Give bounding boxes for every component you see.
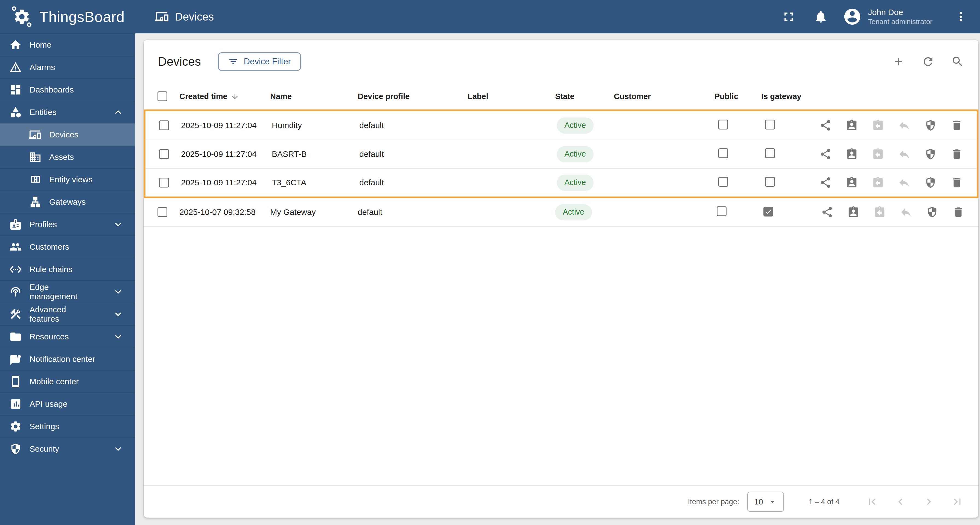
alarms-icon <box>9 61 22 73</box>
filter-icon <box>228 56 239 67</box>
sidebar-item-label: Dashboards <box>30 85 74 94</box>
first-page-button <box>866 495 878 508</box>
search-button[interactable] <box>951 55 964 68</box>
assign-to-customer-button[interactable] <box>845 148 858 160</box>
is-gateway-checkbox <box>764 207 773 217</box>
brand-name: ThingsBoard <box>40 8 125 25</box>
column-header-label[interactable]: Label <box>468 92 555 101</box>
select-all-checkbox[interactable] <box>158 91 167 101</box>
sidebar-item-devices[interactable]: Devices <box>0 123 135 145</box>
sidebar-item-entity-views[interactable]: Entity views <box>0 168 135 190</box>
sidebar-item-api-usage[interactable]: API usage <box>0 393 135 415</box>
profiles-icon <box>9 218 22 231</box>
cell-created: 2025-10-07 09:32:58 <box>180 207 270 217</box>
card-toolbar: Devices Device Filter <box>144 40 978 83</box>
sidebar-item-dashboards[interactable]: Dashboards <box>0 78 135 101</box>
sidebar-item-alarms[interactable]: Alarms <box>0 56 135 78</box>
brand-logo[interactable]: ThingsBoard <box>11 6 125 28</box>
chevron-down-icon <box>112 331 124 343</box>
sidebar-item-customers[interactable]: Customers <box>0 235 135 258</box>
unassign-from-customer-button <box>872 176 884 189</box>
chevron-down-icon <box>112 286 124 298</box>
user-info[interactable]: John Doe Tenant administrator <box>868 7 932 26</box>
row-checkbox[interactable] <box>159 149 169 159</box>
notifications-icon[interactable] <box>814 10 828 24</box>
sidebar-item-profiles[interactable]: Profiles <box>0 213 135 235</box>
items-per-page-select[interactable]: 10 <box>747 491 784 512</box>
column-header-name[interactable]: Name <box>270 92 358 101</box>
paginator-range: 1 – 4 of 4 <box>808 498 840 506</box>
column-header-created-time[interactable]: Created time <box>180 92 270 101</box>
manage-credentials-button[interactable] <box>924 148 937 160</box>
make-public-button[interactable] <box>819 119 832 132</box>
cell-created-text: 2025-10-09 11:27:04 <box>181 150 256 159</box>
delete-button[interactable] <box>952 206 965 219</box>
assign-to-customer-button[interactable] <box>845 176 858 189</box>
refresh-button[interactable] <box>921 55 935 68</box>
table-row[interactable]: 2025-10-09 11:27:04BASRT-BdefaultActive <box>145 140 977 168</box>
public-checkbox <box>717 206 727 216</box>
column-header-public[interactable]: Public <box>714 92 761 101</box>
device-filter-button[interactable]: Device Filter <box>218 52 301 71</box>
manage-credentials-button[interactable] <box>924 119 937 132</box>
column-header-device-profile[interactable]: Device profile <box>358 92 468 101</box>
sidebar-item-label: Settings <box>30 422 59 431</box>
manage-credentials-button[interactable] <box>924 176 937 189</box>
sidebar-item-label: Gateways <box>49 197 86 207</box>
sidebar-item-edge-management[interactable]: Edge management <box>0 280 135 303</box>
cell-profile: default <box>359 178 469 187</box>
row-checkbox[interactable] <box>159 178 169 187</box>
row-checkbox[interactable] <box>159 120 169 130</box>
check-icon <box>764 207 772 216</box>
cell-name-text: T3_6CTA <box>272 178 306 187</box>
sidebar-item-security[interactable]: Security <box>0 437 135 460</box>
make-private-button <box>900 206 912 219</box>
make-public-button[interactable] <box>821 206 834 219</box>
sidebar-item-label: Entity views <box>49 175 92 184</box>
avatar[interactable] <box>843 7 862 26</box>
sidebar-item-notification-center[interactable]: Notification center <box>0 348 135 370</box>
row-checkbox[interactable] <box>158 207 167 217</box>
column-header-customer[interactable]: Customer <box>614 92 714 101</box>
sidebar-item-mobile-center[interactable]: Mobile center <box>0 370 135 393</box>
user-name: John Doe <box>868 7 932 17</box>
sidebar-item-label: Edge management <box>30 282 97 301</box>
cell-profile-text: default <box>358 207 382 217</box>
entity-views-icon <box>29 173 41 186</box>
assign-to-customer-button[interactable] <box>847 206 860 219</box>
is-gateway-checkbox <box>765 148 775 158</box>
table-row[interactable]: 2025-10-09 11:27:04HumditydefaultActive <box>145 111 977 140</box>
sidebar-item-settings[interactable]: Settings <box>0 415 135 437</box>
public-checkbox <box>718 177 728 187</box>
make-public-button[interactable] <box>819 148 832 160</box>
make-public-button[interactable] <box>819 176 832 189</box>
column-header-state[interactable]: State <box>555 92 614 101</box>
sidebar-item-resources[interactable]: Resources <box>0 325 135 348</box>
manage-credentials-button[interactable] <box>926 206 939 219</box>
delete-button[interactable] <box>950 119 963 132</box>
device-filter-label: Device Filter <box>244 57 291 67</box>
sidebar-item-gateways[interactable]: Gateways <box>0 190 135 213</box>
column-header-label: Public <box>714 92 738 101</box>
sidebar-item-assets[interactable]: Assets <box>0 145 135 168</box>
make-private-button <box>898 148 910 160</box>
table-row[interactable]: 2025-10-09 11:27:04T3_6CTAdefaultActive <box>145 168 977 196</box>
sidebar-item-entities[interactable]: Entities <box>0 101 135 123</box>
sidebar-item-home[interactable]: Home <box>0 34 135 56</box>
table-row[interactable]: 2025-10-07 09:32:58My GatewaydefaultActi… <box>144 198 978 227</box>
sidebar-item-rule-chains[interactable]: Rule chains <box>0 258 135 280</box>
column-header-is-gateway[interactable]: Is gateway <box>761 92 818 101</box>
assign-to-customer-button[interactable] <box>845 119 858 132</box>
delete-button[interactable] <box>950 176 963 189</box>
fullscreen-icon[interactable] <box>781 10 796 24</box>
prev-page-button <box>894 495 907 508</box>
sidebar-item-advanced-features[interactable]: Advanced features <box>0 303 135 325</box>
add-device-button[interactable] <box>892 55 905 68</box>
mobile-center-icon <box>9 375 22 388</box>
unassign-from-customer-button <box>872 148 884 160</box>
notification-center-icon <box>9 353 22 365</box>
next-page-button <box>923 495 935 508</box>
delete-button[interactable] <box>950 148 963 160</box>
resources-icon <box>9 330 22 343</box>
more-vert-icon[interactable] <box>954 10 968 24</box>
